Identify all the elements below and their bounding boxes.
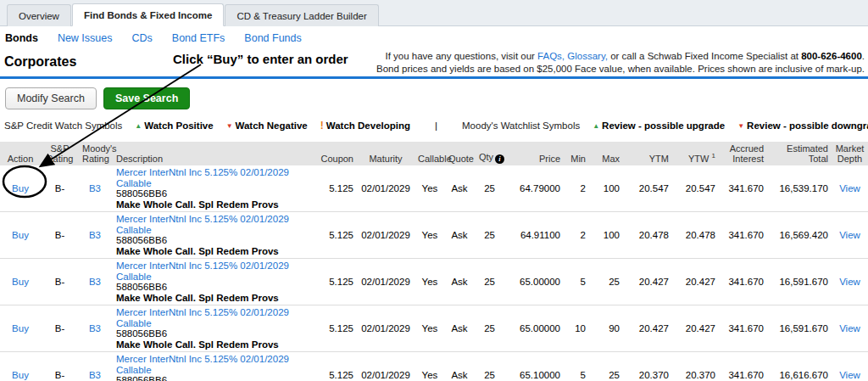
subnav-item-bonds[interactable]: Bonds: [5, 32, 38, 44]
view-market-depth-link[interactable]: View: [839, 323, 860, 333]
table-header-row: Action S&P Rating Moody's Rating Descrip…: [0, 142, 868, 165]
accrued-interest-value: 341.670: [719, 212, 767, 259]
bond-results-table: Action S&P Rating Moody's Rating Descrip…: [0, 142, 868, 381]
tab-cd-treasury-ladder-builder[interactable]: CD & Treasury Ladder Builder: [225, 4, 378, 26]
view-market-depth-link[interactable]: View: [839, 230, 860, 240]
coupon-value: 5.125: [310, 352, 357, 381]
ytw-header-label: YTW: [688, 154, 709, 164]
buy-link[interactable]: Buy: [12, 277, 29, 287]
buy-link[interactable]: Buy: [12, 323, 29, 333]
table-row: Buy B- B3 Mercer InterNtnl Inc 5.125% 02…: [0, 212, 868, 259]
accrued-interest-value: 341.670: [719, 259, 767, 305]
page-title: Corporates: [4, 54, 76, 70]
sp-rating-value: B-: [41, 212, 79, 259]
buy-link[interactable]: Buy: [12, 370, 29, 380]
save-search-button[interactable]: Save Search: [103, 87, 190, 109]
quote-value: Ask: [445, 259, 474, 305]
faqs-link[interactable]: FAQs,: [537, 51, 565, 61]
sp-watch-title: S&P Credit Watch Symbols: [4, 120, 122, 131]
estimated-total-value: 16,539.170: [767, 165, 832, 212]
sp-rating-value: B-: [41, 305, 79, 352]
exclamation-icon: !: [320, 120, 324, 132]
accrued-interest-value: 341.670: [719, 352, 767, 381]
maturity-value: 02/01/2029: [357, 305, 415, 352]
price-value: 65.00000: [508, 259, 564, 305]
bond-description-link[interactable]: Mercer InterNtnl Inc 5.125% 02/01/2029 C…: [116, 214, 307, 235]
col-header-ytw: YTW 1: [672, 142, 719, 165]
subnav-item-cds[interactable]: CDs: [132, 32, 153, 44]
bond-subnav: Bonds New Issues CDs Bond ETFs Bond Fund…: [0, 26, 868, 48]
min-value: 2: [564, 212, 589, 259]
bond-description-link[interactable]: Mercer InterNtnl Inc 5.125% 02/01/2029 C…: [116, 261, 307, 282]
subnav-item-bond-funds[interactable]: Bond Funds: [244, 32, 301, 44]
col-header-action: Action: [0, 142, 41, 165]
triangle-down-icon: ▼: [737, 122, 744, 130]
maturity-value: 02/01/2029: [357, 259, 415, 305]
bond-description-link[interactable]: Mercer InterNtnl Inc 5.125% 02/01/2029 C…: [116, 307, 307, 328]
info-line-2: Bond prices and yields are based on $25,…: [376, 63, 865, 76]
callable-value: Yes: [415, 305, 445, 352]
legend-label: Review - possible downgrade: [747, 120, 868, 131]
max-value: 100: [589, 212, 623, 259]
maturity-value: 02/01/2029: [357, 352, 415, 381]
price-value: 64.91100: [508, 212, 564, 259]
quote-value: Ask: [445, 165, 474, 212]
cusip: 588056BB6: [116, 375, 307, 381]
search-toolbar: Modify Search Save Search: [0, 79, 868, 109]
bond-description-link[interactable]: Mercer InterNtnl Inc 5.125% 02/01/2029 C…: [116, 167, 307, 188]
estimated-total-value: 16,591.670: [767, 305, 832, 352]
cusip: 588056BB6: [116, 282, 307, 293]
credit-watch-legend: S&P Credit Watch Symbols ▲ Watch Positiv…: [0, 109, 868, 132]
tab-find-bonds-fixed-income[interactable]: Find Bonds & Fixed Income: [72, 3, 224, 26]
max-value: 100: [589, 165, 623, 212]
qty-header-label: Qty: [479, 152, 493, 162]
quote-value: Ask: [445, 305, 474, 352]
view-market-depth-link[interactable]: View: [839, 277, 860, 287]
moodys-rating-link[interactable]: B3: [89, 323, 101, 333]
ytm-value: 20.427: [623, 305, 672, 352]
legend-review-upgrade: ▲ Review - possible upgrade: [593, 120, 725, 131]
moodys-watchlist-title: Moody's Watchlist Symbols: [462, 120, 580, 131]
ytw-footnote-marker: 1: [712, 152, 715, 160]
qty-value: 25: [474, 259, 508, 305]
callable-value: Yes: [415, 165, 445, 212]
max-value: 25: [589, 352, 623, 381]
sp-rating-value: B-: [41, 352, 79, 381]
subnav-item-new-issues[interactable]: New Issues: [58, 32, 113, 44]
subnav-item-bond-etfs[interactable]: Bond ETFs: [172, 32, 225, 44]
description-cell: Mercer InterNtnl Inc 5.125% 02/01/2029 C…: [111, 212, 310, 259]
col-header-max: Max: [589, 142, 623, 165]
buy-link[interactable]: Buy: [12, 230, 29, 240]
moodys-rating-link[interactable]: B3: [89, 183, 101, 193]
ytw-value: 20.478: [672, 212, 719, 259]
tab-overview[interactable]: Overview: [7, 4, 71, 26]
callable-value: Yes: [415, 259, 445, 305]
call-provisions: Make Whole Call. Spl Redem Provs: [116, 293, 307, 304]
info-icon[interactable]: i: [495, 154, 504, 164]
col-header-accrued-interest: Accrued Interest: [719, 142, 767, 165]
view-market-depth-link[interactable]: View: [839, 370, 860, 380]
maturity-value: 02/01/2029: [357, 212, 415, 259]
col-header-estimated-total: Estimated Total: [767, 142, 832, 165]
modify-search-button[interactable]: Modify Search: [5, 87, 97, 109]
col-header-coupon: Coupon: [310, 142, 357, 165]
moodys-rating-link[interactable]: B3: [89, 370, 101, 380]
description-cell: Mercer InterNtnl Inc 5.125% 02/01/2029 C…: [111, 305, 310, 352]
description-cell: Mercer InterNtnl Inc 5.125% 02/01/2029 C…: [111, 165, 310, 212]
estimated-total-value: 16,569.420: [767, 212, 832, 259]
col-header-maturity: Maturity: [357, 142, 415, 165]
moodys-rating-link[interactable]: B3: [89, 230, 101, 240]
col-header-moodys-rating: Moody's Rating: [79, 142, 111, 165]
quote-value: Ask: [445, 352, 474, 381]
moodys-rating-link[interactable]: B3: [89, 277, 101, 287]
legend-watch-developing: ! Watch Developing: [320, 120, 410, 132]
view-market-depth-link[interactable]: View: [839, 183, 860, 193]
legend-label: Watch Negative: [236, 120, 308, 131]
triangle-up-icon: ▲: [135, 122, 142, 130]
legend-label: Review - possible upgrade: [602, 120, 725, 131]
buy-link[interactable]: Buy: [12, 183, 29, 193]
bond-description-link[interactable]: Mercer InterNtnl Inc 5.125% 02/01/2029 C…: [116, 354, 307, 375]
glossary-link[interactable]: Glossary,: [567, 51, 608, 61]
col-header-ytm: YTM: [623, 142, 672, 165]
min-value: 5: [564, 352, 589, 381]
